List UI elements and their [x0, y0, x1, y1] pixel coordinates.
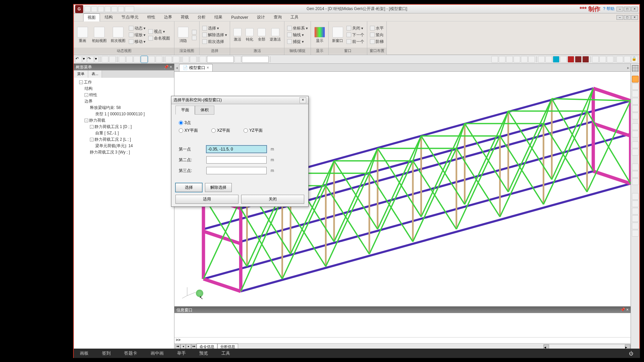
pin-icon[interactable]: 📌: [164, 65, 169, 69]
passivate-button[interactable]: 钝化: [244, 27, 255, 43]
tool-icon[interactable]: [200, 56, 206, 63]
tool-icon[interactable]: [514, 56, 520, 63]
maximize-button[interactable]: □: [624, 7, 631, 11]
tree-item[interactable]: -工作: [75, 79, 173, 85]
grid-button[interactable]: 轴线 ▾: [286, 32, 309, 38]
menu-view[interactable]: 视图: [83, 13, 100, 21]
select-cross-icon[interactable]: [133, 56, 140, 63]
named-view-button[interactable]: 命名视图: [148, 35, 171, 42]
tool-icon[interactable]: [190, 56, 197, 63]
minimize-button[interactable]: –: [616, 7, 623, 11]
close-window-button[interactable]: 关闭 ▾: [346, 25, 365, 32]
point3-input[interactable]: [206, 167, 267, 174]
tree-item[interactable]: 结构: [75, 85, 173, 92]
filter-combo[interactable]: [207, 56, 234, 63]
tool-icon[interactable]: [165, 56, 172, 63]
model-window-tab[interactable]: 📄 模型窗口 ×: [179, 64, 213, 71]
menu-load[interactable]: 荷载: [177, 13, 193, 21]
bt-quiz[interactable]: 答题卡: [117, 350, 144, 356]
qat-print-icon[interactable]: [111, 6, 117, 12]
help-link[interactable]: ? 帮助: [603, 6, 614, 12]
point1-input[interactable]: [206, 145, 267, 153]
dialog-tab-volume[interactable]: 体积: [195, 106, 214, 115]
menu-property[interactable]: 特性: [143, 13, 159, 21]
tab-nav-right[interactable]: ▸: [627, 65, 629, 70]
tool-icon[interactable]: [560, 56, 567, 63]
tool-icon[interactable]: [109, 56, 116, 63]
tool-icon[interactable]: [632, 200, 639, 207]
redraw-button[interactable]: 重画: [76, 26, 89, 44]
viewpoint-button[interactable]: 视点 ▾: [148, 28, 171, 35]
prev-select-button[interactable]: 前次选择: [202, 39, 228, 45]
tool-icon[interactable]: [632, 208, 639, 215]
qat-save-icon[interactable]: [98, 6, 104, 12]
bt-preview[interactable]: 预览: [193, 350, 215, 356]
menu-tools[interactable]: 工具: [286, 13, 303, 21]
filter-combo-2[interactable]: [242, 56, 269, 63]
tool-icon[interactable]: [499, 56, 505, 63]
render-opt-1[interactable]: [191, 29, 197, 35]
tree-item[interactable]: -特性: [75, 92, 173, 98]
menu-pushover[interactable]: Pushover: [227, 14, 252, 21]
mdi-close-button[interactable]: ×: [631, 15, 638, 20]
new-window-button[interactable]: 新窗口: [331, 26, 344, 44]
hide-button[interactable]: 消隐: [176, 26, 190, 44]
menu-query[interactable]: 查询: [270, 13, 286, 21]
render-opt-2[interactable]: [191, 35, 197, 41]
prev-view-button[interactable]: 前次视图: [109, 26, 127, 44]
tool-icon[interactable]: [632, 164, 639, 170]
filter-icon[interactable]: [234, 56, 241, 63]
tool-icon[interactable]: [632, 230, 639, 237]
radio-3-points[interactable]: 3点: [179, 120, 191, 126]
select-button[interactable]: 选择 ▾: [202, 25, 228, 32]
undo-dropdown[interactable]: ▾: [83, 56, 87, 63]
apply-button[interactable]: 适用: [175, 195, 238, 204]
unselect-button[interactable]: 解除选择 ▾: [202, 32, 228, 38]
dynamic-view-button[interactable]: 动态 ▾: [128, 25, 146, 32]
tool-icon[interactable]: [582, 56, 589, 63]
tree-item[interactable]: 梁单元荷载(单元): 14: [75, 143, 173, 149]
inverse-activate-button[interactable]: 逆激活: [268, 27, 282, 43]
expander-icon[interactable]: -: [85, 93, 88, 97]
expander-icon[interactable]: -: [85, 119, 88, 122]
select-poly-icon[interactable]: [126, 56, 133, 63]
mdi-restore-button[interactable]: □: [624, 15, 631, 20]
tool-icon[interactable]: [156, 56, 162, 63]
select-plane-icon[interactable]: [141, 56, 148, 63]
command-prompt[interactable]: >>: [174, 337, 631, 343]
dialog-close-button[interactable]: ×: [300, 97, 306, 103]
dialog-tab-plane[interactable]: 平面: [175, 106, 195, 115]
bt-tools[interactable]: 工具: [215, 350, 237, 356]
zoom-button[interactable]: 缩放 ▾: [128, 32, 146, 38]
qat-open-icon[interactable]: [91, 6, 97, 12]
tree-item[interactable]: 类型 1 [ 0000110 0000110 ]: [75, 111, 173, 117]
zoom-in-icon[interactable]: [632, 105, 639, 112]
qat-dropdown-icon[interactable]: [125, 6, 134, 12]
ucs-button[interactable]: 坐标系 ▾: [286, 25, 309, 32]
tool-icon[interactable]: [632, 223, 639, 229]
tool-icon[interactable]: [545, 56, 552, 63]
tree-view[interactable]: -工作结构-特性边界释放梁端约束: 58类型 1 [ 0000110 00001…: [74, 78, 174, 350]
qat-preview-icon[interactable]: [118, 6, 124, 12]
all-button[interactable]: 全部: [256, 27, 267, 43]
mdi-minimize-button[interactable]: –: [616, 15, 623, 20]
expander-icon[interactable]: -: [79, 80, 83, 84]
init-view-button[interactable]: 初始视图: [91, 26, 108, 44]
pan-button[interactable]: 移动 ▾: [128, 39, 146, 45]
menu-boundary[interactable]: 边界: [160, 13, 176, 21]
tool-icon[interactable]: [538, 56, 545, 63]
tool-icon[interactable]: [173, 56, 179, 63]
bt-pip[interactable]: 画中画: [144, 350, 170, 356]
panel-close-icon[interactable]: ×: [170, 65, 172, 69]
pan-icon[interactable]: [632, 123, 639, 130]
expander-icon[interactable]: -: [90, 125, 94, 129]
bt-signin[interactable]: 签到: [95, 350, 117, 356]
radio-xz-plane[interactable]: XZ平面: [211, 128, 230, 133]
tool-icon[interactable]: [632, 141, 639, 148]
redo-dropdown[interactable]: ▾: [95, 56, 99, 63]
tool-icon[interactable]: [607, 56, 613, 63]
cascade-button[interactable]: 阶梯: [369, 39, 384, 45]
tool-icon[interactable]: [575, 56, 582, 63]
tool-icon[interactable]: [506, 56, 513, 63]
tree-item[interactable]: -静力荷载工况 1 [D ; ]: [75, 124, 173, 130]
